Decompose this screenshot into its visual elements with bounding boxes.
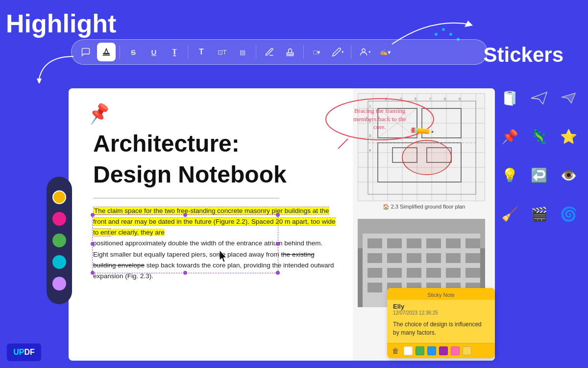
svg-text:9: 9 bbox=[459, 97, 461, 101]
svg-rect-56 bbox=[426, 253, 441, 263]
sticker-plane2[interactable] bbox=[527, 86, 551, 110]
color-yellow[interactable] bbox=[52, 190, 66, 204]
svg-rect-51 bbox=[446, 238, 461, 248]
sticker-dino[interactable]: 🦎 bbox=[527, 125, 551, 149]
doc-divider bbox=[93, 198, 279, 199]
sticky-note-date: 12/07/2023 12:36:25 bbox=[387, 310, 495, 318]
svg-rect-62 bbox=[426, 268, 441, 278]
svg-rect-48 bbox=[387, 238, 402, 248]
pen-button[interactable]: ▾ bbox=[328, 43, 347, 61]
callout-button[interactable]: ▤ bbox=[233, 43, 252, 61]
sticky-note-header: Sticky Note bbox=[387, 288, 495, 300]
textbox-button[interactable]: ⊡T bbox=[213, 43, 231, 61]
doc-left-pane: 📌 Architecture: Design Notebook The clai… bbox=[69, 88, 353, 361]
sticker-eraser[interactable]: 🧹 bbox=[497, 202, 522, 226]
divider5 bbox=[351, 45, 351, 59]
svg-text:8: 8 bbox=[444, 97, 446, 101]
svg-line-76 bbox=[531, 98, 539, 99]
text-button[interactable]: T bbox=[192, 43, 211, 61]
svg-rect-64 bbox=[466, 268, 480, 278]
sticky-color-purple[interactable] bbox=[439, 346, 448, 355]
sticker-star[interactable]: ⭐ bbox=[556, 125, 581, 149]
sticky-color-pink[interactable] bbox=[451, 346, 460, 355]
toolbar: S U T̰ T ⊡T ▤ □▾ ▾ ▾ ✍▾ bbox=[71, 39, 488, 65]
color-cyan[interactable] bbox=[52, 255, 66, 269]
sticky-color-green[interactable] bbox=[416, 346, 424, 355]
doc-title-line2: Design Notebook bbox=[93, 162, 338, 188]
svg-rect-65 bbox=[368, 283, 382, 292]
cursor-arrow bbox=[220, 250, 231, 265]
underline-button[interactable]: U bbox=[145, 43, 163, 61]
svg-rect-54 bbox=[387, 253, 402, 263]
svg-rect-58 bbox=[466, 253, 480, 263]
sticker-arrow[interactable]: ↩️ bbox=[527, 163, 551, 188]
svg-marker-4 bbox=[37, 79, 42, 83]
svg-rect-50 bbox=[426, 238, 441, 248]
updf-logo-text: UPDF bbox=[13, 348, 35, 357]
shape-button[interactable]: □▾ bbox=[308, 43, 326, 61]
svg-rect-8 bbox=[287, 53, 293, 54]
svg-rect-52 bbox=[466, 238, 480, 248]
highlight-button[interactable] bbox=[97, 43, 116, 61]
sticky-note-body[interactable]: The choice of design is influenced by ma… bbox=[387, 318, 495, 343]
sticker-plane3[interactable] bbox=[556, 86, 581, 110]
comment-button[interactable] bbox=[76, 43, 95, 61]
svg-text:Bracing the framing: Bracing the framing bbox=[354, 107, 406, 114]
stickers-panel: 🧻 📌 🦎 ⭐ 💡 ↩️ 👁️ 🧹 🎬 🌀 bbox=[495, 83, 581, 240]
pushpin-sticker: 📌 bbox=[87, 101, 112, 125]
color-palette bbox=[47, 177, 72, 304]
svg-text:members back to the: members back to the bbox=[353, 115, 406, 123]
svg-text:core.: core. bbox=[373, 123, 386, 131]
svg-rect-59 bbox=[368, 268, 382, 278]
highlight-label: Highlight bbox=[6, 9, 116, 38]
svg-rect-6 bbox=[103, 53, 109, 54]
doc-body-text: The claim space for the two free-standin… bbox=[93, 206, 338, 282]
svg-point-10 bbox=[362, 49, 365, 52]
svg-rect-57 bbox=[446, 253, 461, 263]
sticky-note-footer: 🗑 bbox=[387, 343, 495, 358]
svg-rect-49 bbox=[407, 238, 421, 248]
stickers-label: Stickers bbox=[484, 43, 564, 67]
svg-rect-47 bbox=[368, 238, 382, 248]
sticky-color-white[interactable] bbox=[404, 346, 413, 355]
divider1 bbox=[120, 45, 120, 59]
divider4 bbox=[303, 45, 304, 59]
svg-rect-53 bbox=[368, 253, 382, 263]
sticker-misc[interactable]: 🌀 bbox=[556, 202, 581, 226]
color-pink[interactable] bbox=[52, 212, 66, 226]
stamp-button[interactable] bbox=[281, 43, 299, 61]
floor-plan-caption: 🏠 2.3 Simplified ground floor plan bbox=[358, 204, 490, 210]
sticker-pin[interactable]: 📌 bbox=[497, 125, 522, 149]
sticky-note[interactable]: Sticky Note Elly 12/07/2023 12:36:25 The… bbox=[387, 288, 495, 358]
svg-rect-55 bbox=[407, 253, 421, 263]
signature-button[interactable]: ✍▾ bbox=[376, 43, 394, 61]
svg-rect-63 bbox=[446, 268, 461, 278]
divider2 bbox=[188, 45, 188, 59]
color-green[interactable] bbox=[52, 234, 66, 247]
sticky-color-blue[interactable] bbox=[427, 346, 436, 355]
sticky-note-author: Elly bbox=[387, 300, 495, 310]
strikethrough-button[interactable]: S bbox=[124, 43, 143, 61]
divider3 bbox=[256, 45, 256, 59]
updf-logo[interactable]: UPDF bbox=[7, 343, 41, 361]
color-purple[interactable] bbox=[52, 277, 66, 290]
sticky-color-yellow[interactable] bbox=[463, 346, 471, 355]
sticker-clapperboard[interactable]: 🎬 bbox=[527, 202, 551, 226]
pencil-button[interactable] bbox=[260, 43, 279, 61]
squiggle-button[interactable]: T̰ bbox=[165, 43, 184, 61]
svg-rect-60 bbox=[387, 268, 402, 278]
highlighted-text-cont: er clearly, they are bbox=[111, 229, 165, 236]
sticker-bulb[interactable]: 💡 bbox=[497, 163, 522, 188]
svg-rect-61 bbox=[407, 268, 421, 278]
sticker-eye[interactable]: 👁️ bbox=[556, 163, 581, 188]
person-button[interactable]: ▾ bbox=[355, 43, 374, 61]
svg-line-72 bbox=[338, 139, 348, 149]
sticker-plane1[interactable]: 🧻 bbox=[497, 86, 522, 110]
strikethrough-text: the existing building envelope bbox=[93, 251, 315, 269]
sticky-delete-button[interactable]: 🗑 bbox=[392, 347, 399, 355]
doc-title-line1: Architecture: bbox=[93, 131, 338, 157]
